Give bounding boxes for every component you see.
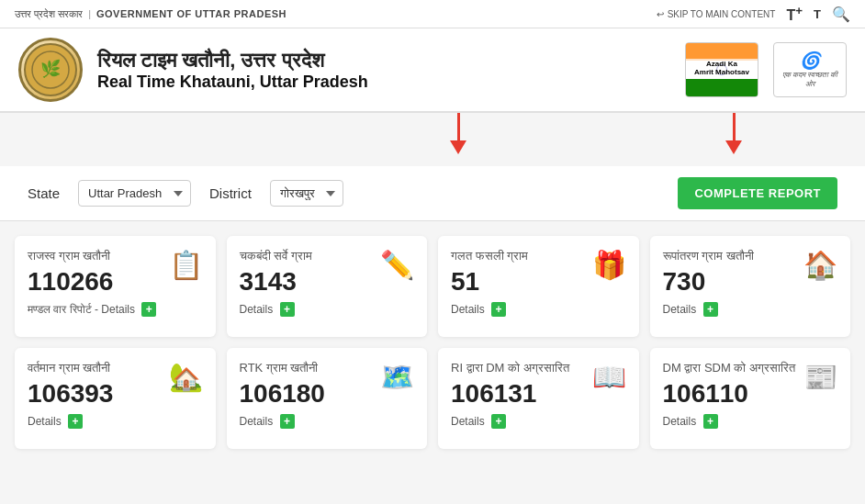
card-link-2: Details + (240, 302, 415, 317)
district-select[interactable]: गोरखपुर (270, 180, 343, 207)
azadi-flag-icon: Azadi Ka Amrit Mahotsav (685, 42, 758, 97)
arrow-2 (725, 113, 742, 154)
details-plus-icon-8[interactable]: + (703, 414, 718, 429)
complete-report-button[interactable]: COMPLETE REPORT (678, 177, 837, 209)
header-branding: 🌿 रियल टाइम खतौनी, उत्तर प्रदेश Real Tim… (18, 38, 368, 102)
state-select[interactable]: Uttar Pradesh (78, 180, 191, 207)
district-label: District (209, 185, 252, 201)
card-icon-4: 🏠 (803, 249, 837, 281)
font-size-increase-button[interactable]: T+ (786, 4, 803, 24)
card-icon-8: 📰 (803, 361, 837, 393)
details-plus-icon-3[interactable]: + (491, 302, 506, 317)
gov-branding: उत्तर प्रदेश सरकार | GOVERNMENT OF UTTAR… (15, 8, 286, 20)
card-link-7: Details + (451, 414, 626, 429)
hindi-gov-text: उत्तर प्रदेश सरकार (15, 8, 83, 20)
cards-row-1: 📋 राजस्व ग्राम खतौनी 110266 मण्डल वार रि… (15, 236, 850, 337)
card-dm-sdm: 📰 DM द्वारा SDM को अग्रसारित 106110 Deta… (650, 348, 851, 449)
header-title-block: रियल टाइम खतौनी, उत्तर प्रदेश Real Time … (97, 49, 368, 92)
card-link-5: Details + (28, 414, 203, 429)
card-icon-2: ✏️ (380, 249, 414, 281)
card-link-3: Details + (451, 302, 626, 317)
dashboard-cards: 📋 राजस्व ग्राम खतौनी 110266 मण्डल वार रि… (0, 221, 865, 475)
filter-bar: State Uttar Pradesh District गोरखपुर COM… (0, 166, 865, 221)
english-gov-text: GOVERNMENT OF UTTAR PRADESH (96, 8, 286, 19)
azadi-badge: Azadi Ka Amrit Mahotsav (685, 42, 758, 97)
top-navigation: उत्तर प्रदेश सरकार | GOVERNMENT OF UTTAR… (0, 0, 865, 28)
details-plus-icon-6[interactable]: + (280, 414, 295, 429)
details-plus-icon-2[interactable]: + (280, 302, 295, 317)
card-link-6: Details + (240, 414, 415, 429)
skip-to-content-link[interactable]: ↩ SKIP TO MAIN CONTENT (657, 9, 776, 19)
details-plus-icon-7[interactable]: + (491, 414, 506, 429)
arrow-1 (450, 113, 466, 154)
card-link-1: मण्डल वार रिपोर्ट - Details + (28, 302, 203, 317)
font-size-decrease-button[interactable]: T (814, 7, 821, 21)
card-link-8: Details + (663, 414, 838, 429)
header-badges: Azadi Ka Amrit Mahotsav 🌀 एक कदम स्वच्छत… (685, 42, 847, 97)
search-button[interactable]: 🔍 (832, 6, 850, 23)
card-rajasva-gram: 📋 राजस्व ग्राम खतौनी 110266 मण्डल वार रि… (15, 236, 216, 337)
cards-row-2: 🏡 वर्तमान ग्राम खतौनी 106393 Details + 🗺… (15, 348, 850, 449)
english-title: Real Time Khatauni, Uttar Pradesh (97, 73, 368, 92)
card-icon-1: 📋 (169, 249, 203, 281)
page-header: 🌿 रियल टाइम खतौनी, उत्तर प्रदेश Real Tim… (0, 28, 865, 113)
details-plus-icon-5[interactable]: + (68, 414, 83, 429)
card-roopantaran: 🏠 रूपांतरण ग्राम खतौनी 730 Details + (650, 236, 851, 337)
card-ri-dm: 📖 RI द्वारा DM को अग्रसारित 106131 Detai… (438, 348, 639, 449)
state-label: State (28, 185, 60, 201)
details-plus-icon-4[interactable]: + (703, 302, 718, 317)
card-icon-6: 🗺️ (380, 361, 414, 393)
card-icon-7: 📖 (592, 361, 626, 393)
card-icon-5: 🏡 (169, 361, 203, 393)
card-icon-3: 🎁 (592, 249, 626, 281)
card-galat-fasli: 🎁 गलत फसली ग्राम 51 Details + (438, 236, 639, 337)
arrow-annotations (0, 113, 865, 159)
up-government-logo: 🌿 (18, 38, 83, 102)
card-chakbandi: ✏️ चकबंदी सर्वे ग्राम 3143 Details + (227, 236, 428, 337)
svg-text:🌿: 🌿 (40, 59, 62, 79)
card-rtk-gram: 🗺️ RTK ग्राम खतौनी 106180 Details + (227, 348, 428, 449)
card-vartaman-gram: 🏡 वर्तमान ग्राम खतौनी 106393 Details + (15, 348, 216, 449)
details-plus-icon-1[interactable]: + (141, 302, 156, 317)
skip-icon: ↩ (657, 9, 664, 19)
top-nav-actions: ↩ SKIP TO MAIN CONTENT T+ T 🔍 (657, 4, 850, 24)
swachh-bharat-badge: 🌀 एक कदम स्वच्छता की ओर (773, 42, 847, 97)
card-link-4: Details + (663, 302, 838, 317)
hindi-title: रियल टाइम खतौनी, उत्तर प्रदेश (97, 49, 368, 73)
